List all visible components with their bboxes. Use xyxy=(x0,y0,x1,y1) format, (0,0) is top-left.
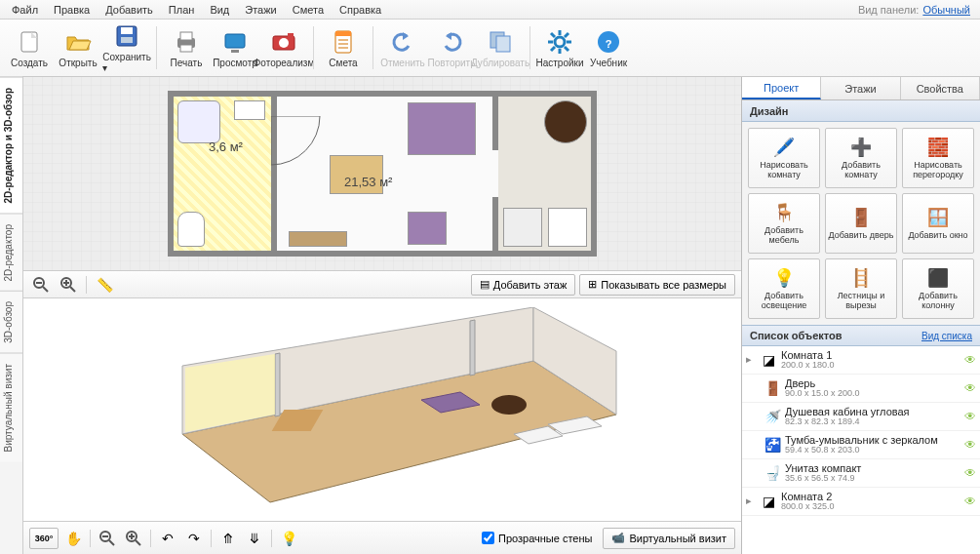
svg-marker-18 xyxy=(403,32,409,40)
pan-icon[interactable]: ✋ xyxy=(61,528,85,549)
visibility-toggle-icon[interactable]: 👁 xyxy=(964,410,976,423)
open-icon xyxy=(64,28,92,56)
vtab-2d[interactable]: 2D-редактор xyxy=(0,214,22,292)
zoom-out-2d[interactable] xyxy=(29,274,53,296)
menu-add[interactable]: Добавить xyxy=(98,2,161,18)
add-door-button[interactable]: 🚪Добавить дверь xyxy=(825,193,897,254)
stairs-icon: 🪜 xyxy=(849,266,873,290)
svg-line-37 xyxy=(70,287,75,292)
svg-line-30 xyxy=(565,33,568,37)
save-button[interactable]: Сохранить ▾ xyxy=(103,21,150,74)
svg-rect-4 xyxy=(121,37,133,43)
design-tools-grid: 🖊️Нарисовать комнату➕Добавить комнату🧱На… xyxy=(742,122,980,325)
object-row[interactable]: 🚽Унитаз компакт35.6 x 56.5 x 74.9👁 xyxy=(742,459,980,488)
visibility-toggle-icon[interactable]: 👁 xyxy=(964,466,976,480)
svg-rect-0 xyxy=(21,32,37,52)
object-row[interactable]: 🚿Душевая кабина угловая82.3 x 82.3 x 189… xyxy=(742,403,980,431)
zoom-in-2d[interactable] xyxy=(57,274,80,296)
left-vertical-tabs: 2D-редактор и 3D-обзор 2D-редактор 3D-об… xyxy=(0,77,23,554)
preview-icon xyxy=(221,28,249,56)
svg-marker-44 xyxy=(470,320,475,376)
add-furniture-icon: 🪑 xyxy=(772,201,796,224)
vtab-2d-3d[interactable]: 2D-редактор и 3D-обзор xyxy=(0,77,22,214)
tilt-up-icon[interactable]: ⤊ xyxy=(216,528,240,549)
svg-line-55 xyxy=(136,540,140,545)
visibility-toggle-icon[interactable]: 👁 xyxy=(964,438,976,452)
estimate-icon xyxy=(330,28,357,56)
menu-help[interactable]: Справка xyxy=(332,2,389,18)
right-panel: Проект Этажи Свойства Дизайн 🖊️Нарисоват… xyxy=(741,77,980,554)
stairs-button[interactable]: 🪜Лестницы и вырезы xyxy=(825,258,897,319)
undo-icon xyxy=(389,28,416,56)
transparent-walls-checkbox[interactable]: Прозрачные стены xyxy=(482,532,592,544)
menu-estimate[interactable]: Смета xyxy=(285,2,332,18)
zoom-in-3d[interactable] xyxy=(122,528,145,549)
panel-view-link[interactable]: Обычный xyxy=(922,4,976,16)
rotate-right-icon[interactable]: ↷ xyxy=(182,528,206,549)
object-icon: 🚽 xyxy=(764,464,781,482)
zoom-out-3d[interactable] xyxy=(96,528,119,549)
redo-button[interactable]: Повторить xyxy=(428,21,475,74)
svg-line-34 xyxy=(43,287,48,292)
visibility-toggle-icon[interactable]: 👁 xyxy=(964,495,976,508)
menu-floors[interactable]: Этажи xyxy=(237,2,284,18)
add-furniture-button[interactable]: 🪑Добавить мебель xyxy=(748,193,820,254)
add-room-button[interactable]: ➕Добавить комнату xyxy=(825,128,897,188)
estimate-button[interactable]: Смета xyxy=(320,21,367,74)
object-icon: ◪ xyxy=(760,493,777,510)
visibility-toggle-icon[interactable]: 👁 xyxy=(964,353,976,367)
print-button[interactable]: Печать xyxy=(163,21,210,74)
menu-view[interactable]: Вид xyxy=(202,2,237,18)
virtual-visit-button[interactable]: 📹Виртуальный визит xyxy=(603,528,735,549)
draw-wall-button[interactable]: 🧱Нарисовать перегородку xyxy=(902,128,974,188)
objects-header: Список объектов xyxy=(750,330,842,341)
menubar: Файл Правка Добавить План Вид Этажи Смет… xyxy=(0,0,980,20)
menu-plan[interactable]: План xyxy=(161,2,203,18)
add-column-button[interactable]: ⬛Добавить колонну xyxy=(902,258,974,319)
add-room-icon: ➕ xyxy=(849,136,873,159)
add-light-button[interactable]: 💡Добавить освещение xyxy=(748,258,820,319)
rtab-properties[interactable]: Свойства xyxy=(901,77,980,99)
menu-edit[interactable]: Правка xyxy=(46,2,98,18)
rtab-project[interactable]: Проект xyxy=(742,77,821,99)
object-icon: 🚪 xyxy=(764,379,781,397)
tilt-down-icon[interactable]: ⤋ xyxy=(243,528,266,549)
photo-button[interactable]: Фотореализм xyxy=(260,21,307,74)
vtab-3d[interactable]: 3D-обзор xyxy=(0,291,22,353)
preview-button[interactable]: Просмотр xyxy=(212,21,258,74)
object-icon: ◪ xyxy=(760,351,777,369)
bath-area-label: 3,6 м² xyxy=(209,139,243,154)
add-floor-button[interactable]: ▤Добавить этаж xyxy=(471,274,575,296)
object-row[interactable]: 🚪Дверь90.0 x 15.0 x 200.0👁 xyxy=(742,375,980,403)
object-row[interactable]: ▸◪Комната 2800.0 x 325.0👁 xyxy=(742,488,980,516)
object-row[interactable]: ▸◪Комната 1200.0 x 180.0👁 xyxy=(742,346,980,375)
create-button[interactable]: Создать xyxy=(6,21,53,74)
vtab-virtual[interactable]: Виртуальный визит xyxy=(0,353,22,462)
lighting-icon[interactable]: 💡 xyxy=(277,528,300,549)
svg-rect-8 xyxy=(225,34,245,48)
visibility-toggle-icon[interactable]: 👁 xyxy=(964,381,976,395)
settings-button[interactable]: Настройки xyxy=(536,21,583,74)
ruler-icon[interactable]: 📏 xyxy=(93,274,116,296)
undo-button[interactable]: Отменить xyxy=(379,21,426,74)
show-dimensions-button[interactable]: ⊞Показывать все размеры xyxy=(579,274,735,296)
menu-file[interactable]: Файл xyxy=(4,2,46,18)
draw-room-button[interactable]: 🖊️Нарисовать комнату xyxy=(748,128,820,188)
svg-point-11 xyxy=(279,38,289,48)
object-row[interactable]: 🚰Тумба-умывальник с зеркалом59.4 x 50.8 … xyxy=(742,431,980,459)
redo-icon xyxy=(438,28,465,56)
help-button[interactable]: ?Учебник xyxy=(585,21,632,74)
view-3d[interactable] xyxy=(23,298,741,521)
duplicate-button[interactable]: Дублировать xyxy=(477,21,524,74)
list-view-link[interactable]: Вид списка xyxy=(921,331,972,341)
rotate-left-icon[interactable]: ↶ xyxy=(156,528,179,549)
svg-marker-19 xyxy=(446,32,451,40)
svg-text:?: ? xyxy=(606,38,612,50)
add-window-button[interactable]: 🪟Добавить окно xyxy=(902,193,974,254)
floorplan-2d: 3,6 м² 21,53 м² xyxy=(168,91,597,257)
add-light-icon: 💡 xyxy=(772,266,796,290)
open-button[interactable]: Открыть xyxy=(55,21,101,74)
view-360-button[interactable]: 360° xyxy=(29,528,59,549)
rtab-floors[interactable]: Этажи xyxy=(821,77,900,99)
view-2d[interactable]: 3,6 м² 21,53 м² xyxy=(23,77,741,271)
